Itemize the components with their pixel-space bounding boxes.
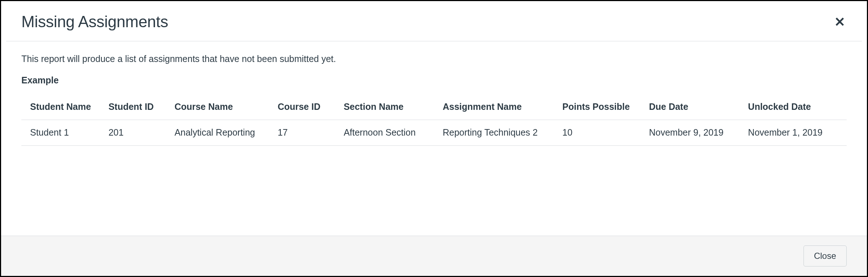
col-points-possible: Points Possible (554, 94, 640, 120)
dialog-footer: Close (1, 236, 867, 276)
dialog-body: This report will produce a list of assig… (1, 41, 867, 236)
cell-unlocked-date: November 1, 2019 (739, 120, 847, 145)
cell-student-name: Student 1 (21, 120, 100, 145)
table-header-row: Student Name Student ID Course Name Cour… (21, 94, 847, 120)
col-student-name: Student Name (21, 94, 100, 120)
col-unlocked-date: Unlocked Date (739, 94, 847, 120)
col-section-name: Section Name (335, 94, 434, 120)
dialog-title: Missing Assignments (21, 13, 847, 31)
cell-course-name: Analytical Reporting (166, 120, 269, 145)
table-header: Student Name Student ID Course Name Cour… (21, 94, 847, 120)
table-row: Student 1 201 Analytical Reporting 17 Af… (21, 120, 847, 145)
cell-course-id: 17 (269, 120, 335, 145)
cell-assignment-name: Reporting Techniques 2 (434, 120, 554, 145)
col-due-date: Due Date (640, 94, 739, 120)
cell-section-name: Afternoon Section (335, 120, 434, 145)
col-course-name: Course Name (166, 94, 269, 120)
example-label: Example (21, 75, 847, 86)
close-button[interactable]: Close (804, 245, 847, 266)
col-student-id: Student ID (100, 94, 166, 120)
example-table: Student Name Student ID Course Name Cour… (21, 94, 847, 146)
cell-points-possible: 10 (554, 120, 640, 145)
cell-student-id: 201 (100, 120, 166, 145)
dialog-header: Missing Assignments ✕ (1, 1, 867, 41)
col-course-id: Course ID (269, 94, 335, 120)
table-body: Student 1 201 Analytical Reporting 17 Af… (21, 120, 847, 145)
report-description: This report will produce a list of assig… (21, 54, 847, 64)
close-icon[interactable]: ✕ (834, 16, 845, 29)
col-assignment-name: Assignment Name (434, 94, 554, 120)
missing-assignments-dialog: Missing Assignments ✕ This report will p… (0, 0, 868, 277)
cell-due-date: November 9, 2019 (640, 120, 739, 145)
